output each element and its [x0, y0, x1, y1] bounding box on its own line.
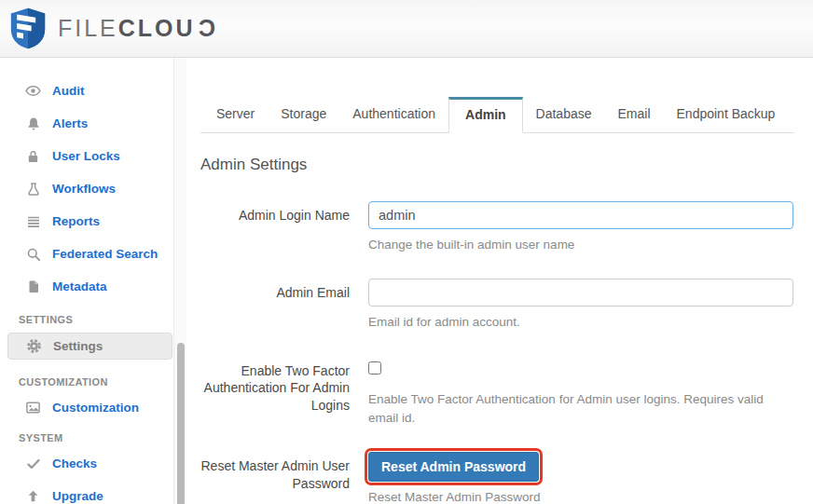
- sidebar-item-label: Metadata: [52, 279, 107, 293]
- tab-authentication[interactable]: Authentication: [339, 97, 448, 132]
- sidebar-scrollbar-track: [173, 58, 186, 504]
- page-title: Admin Settings: [200, 156, 794, 174]
- admin-email-label: Admin Email: [200, 279, 350, 332]
- reset-password-label: Reset Master Admin User Password: [200, 452, 350, 504]
- check-icon: [25, 456, 41, 471]
- sidebar-item-reports[interactable]: Reports: [0, 205, 186, 238]
- sidebar-item-label: Federated Search: [52, 247, 158, 261]
- form-row-admin-email: Admin Email Email id for admin account.: [200, 279, 794, 332]
- sidebar-item-label: User Locks: [52, 149, 120, 163]
- sidebar-item-checks[interactable]: Checks: [0, 447, 186, 480]
- form-row-two-factor: Enable Two Factor Authentication For Adm…: [200, 357, 794, 429]
- sidebar-section-customization: CUSTOMIZATION: [0, 373, 186, 391]
- admin-login-name-help: Change the built-in admin user name: [368, 236, 793, 254]
- two-factor-checkbox[interactable]: [368, 361, 381, 375]
- filecloud-logo: FILECLOUC: [9, 7, 215, 50]
- lock-icon: [25, 148, 41, 164]
- sidebar-item-label: Audit: [52, 84, 85, 98]
- tab-server[interactable]: Server: [203, 97, 268, 132]
- up-arrow-icon: [25, 488, 41, 504]
- sidebar-item-label: Customization: [52, 401, 139, 415]
- image-icon: [25, 400, 41, 415]
- sidebar-item-metadata[interactable]: Metadata: [0, 270, 186, 303]
- shield-logo-icon: [9, 7, 47, 50]
- sidebar-item-user-locks[interactable]: User Locks: [0, 140, 186, 172]
- reset-password-help: Reset Master Admin Password: [368, 488, 793, 504]
- sidebar-item-audit[interactable]: Audit: [0, 75, 186, 107]
- sidebar-item-label: Alerts: [52, 116, 88, 130]
- sidebar-item-label: Settings: [53, 339, 103, 353]
- list-icon: [25, 213, 41, 229]
- tab-admin[interactable]: Admin: [448, 97, 523, 133]
- tab-email[interactable]: Email: [605, 97, 664, 132]
- form-row-admin-login-name: Admin Login Name Change the built-in adm…: [200, 201, 794, 254]
- sidebar: Audit Alerts User Locks Workflows Report…: [0, 58, 186, 504]
- document-icon: [25, 279, 41, 294]
- admin-login-name-label: Admin Login Name: [200, 201, 350, 254]
- app-header: FILECLOUC: [0, 0, 813, 58]
- sidebar-section-settings: SETTINGS: [0, 310, 186, 329]
- admin-email-help: Email id for admin account.: [368, 313, 793, 332]
- two-factor-help: Enable Two Factor Authentication for Adm…: [368, 390, 793, 429]
- sidebar-scrollbar-thumb[interactable]: [177, 343, 185, 504]
- sidebar-item-label: Upgrade: [52, 489, 103, 503]
- flask-icon: [25, 181, 41, 197]
- main-content: Server Storage Authentication Admin Data…: [186, 58, 813, 504]
- tab-database[interactable]: Database: [523, 97, 605, 132]
- admin-login-name-input[interactable]: [368, 201, 793, 229]
- two-factor-label: Enable Two Factor Authentication For Adm…: [200, 357, 350, 429]
- admin-email-input[interactable]: [368, 279, 793, 306]
- sidebar-item-customization[interactable]: Customization: [0, 391, 186, 424]
- form-row-reset-password: Reset Master Admin User Password Reset A…: [200, 452, 794, 504]
- bell-icon: [25, 116, 41, 131]
- sidebar-item-label: Reports: [52, 214, 100, 228]
- sidebar-item-label: Checks: [52, 456, 97, 470]
- tab-endpoint-backup[interactable]: Endpoint Backup: [664, 97, 789, 132]
- eye-icon: [25, 83, 41, 99]
- logo-wordmark: FILECLOUC: [58, 15, 215, 42]
- sidebar-item-alerts[interactable]: Alerts: [0, 107, 186, 140]
- sidebar-item-label: Workflows: [52, 182, 116, 196]
- sidebar-section-system: SYSTEM: [0, 429, 186, 447]
- tab-storage[interactable]: Storage: [268, 97, 339, 132]
- settings-tabbar: Server Storage Authentication Admin Data…: [200, 97, 794, 133]
- admin-settings-form: Admin Login Name Change the built-in adm…: [200, 201, 794, 504]
- search-icon: [25, 246, 41, 262]
- sidebar-item-settings[interactable]: Settings: [7, 333, 172, 360]
- gear-icon: [26, 338, 42, 354]
- sidebar-item-upgrade[interactable]: Upgrade: [0, 480, 186, 504]
- reset-admin-password-button[interactable]: Reset Admin Password: [368, 452, 539, 482]
- sidebar-item-federated-search[interactable]: Federated Search: [0, 238, 186, 270]
- sidebar-item-workflows[interactable]: Workflows: [0, 172, 186, 205]
